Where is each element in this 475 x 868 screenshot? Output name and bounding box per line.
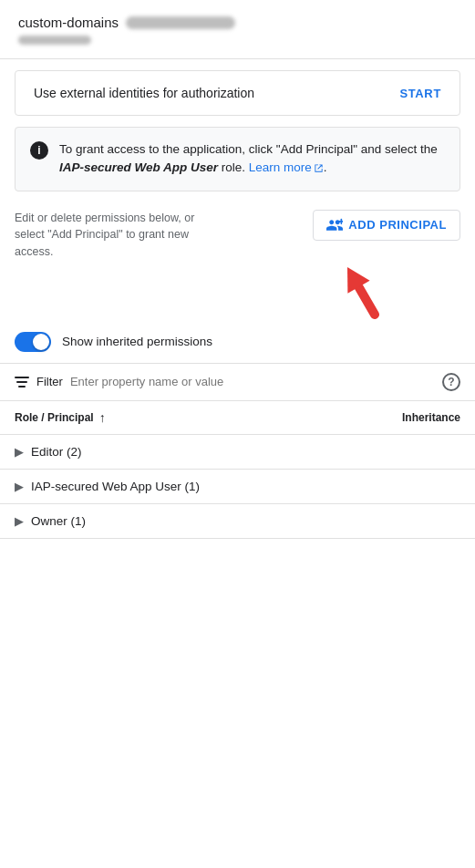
- row-label: Editor (2): [31, 445, 82, 459]
- col-inheritance-label: Inheritance: [402, 411, 460, 424]
- sort-ascending-icon[interactable]: ↑: [99, 410, 106, 425]
- table-row[interactable]: ▶ Owner (1): [0, 504, 475, 539]
- info-text-after: role.: [218, 160, 249, 174]
- row-chevron-icon: ▶: [15, 514, 24, 528]
- info-icon: i: [30, 141, 48, 160]
- subtitle-blur: [18, 36, 91, 45]
- table-row[interactable]: ▶ Editor (2): [0, 435, 475, 470]
- add-person-icon: [326, 218, 343, 232]
- inherited-permissions-toggle[interactable]: [15, 332, 51, 352]
- row-chevron-icon: ▶: [15, 480, 24, 493]
- filter-label: Filter: [36, 375, 63, 388]
- external-identities-card: Use external identities for authorizatio…: [15, 70, 460, 116]
- external-identities-text: Use external identities for authorizatio…: [34, 86, 254, 100]
- filter-input[interactable]: [70, 375, 435, 388]
- arrow-annotation: [0, 255, 475, 319]
- header: custom-domains: [0, 0, 475, 59]
- start-button[interactable]: START: [399, 87, 441, 100]
- red-arrow-icon: [347, 255, 402, 319]
- table-header: Role / Principal ↑ Inheritance: [0, 400, 475, 435]
- svg-rect-1: [338, 221, 343, 222]
- info-card-text: To grant access to the application, clic…: [59, 140, 445, 178]
- learn-more-label: Learn more: [249, 160, 312, 174]
- row-label: Owner (1): [31, 514, 86, 528]
- external-link-icon: [314, 163, 324, 173]
- toggle-row: Show inherited permissions: [0, 323, 475, 363]
- title-blur-pill: [126, 16, 235, 29]
- col-role-principal-label: Role / Principal: [15, 411, 94, 424]
- add-principal-label: ADD PRINCIPAL: [348, 218, 447, 232]
- page-title: custom-domains: [18, 15, 457, 30]
- col-inheritance: Inheritance: [402, 411, 460, 424]
- row-chevron-icon: ▶: [15, 445, 24, 459]
- permissions-description: Edit or delete permissions below, or sel…: [15, 210, 197, 261]
- filter-lines-icon: [15, 377, 29, 388]
- add-principal-button[interactable]: ADD PRINCIPAL: [313, 210, 460, 241]
- info-role-text: IAP-secured Web App User: [59, 160, 218, 174]
- row-label: IAP-secured Web App User (1): [31, 480, 200, 493]
- col-role-principal: Role / Principal ↑: [15, 410, 106, 425]
- info-card: i To grant access to the application, cl…: [15, 127, 460, 191]
- empty-area: [0, 539, 475, 812]
- table-row[interactable]: ▶ IAP-secured Web App User (1): [0, 470, 475, 504]
- info-text-before: To grant access to the application, clic…: [59, 142, 438, 156]
- title-text: custom-domains: [18, 15, 119, 30]
- help-icon[interactable]: ?: [442, 373, 460, 391]
- toggle-label: Show inherited permissions: [62, 335, 212, 348]
- learn-more-link[interactable]: Learn more: [249, 160, 324, 174]
- filter-bar: Filter ?: [0, 363, 475, 400]
